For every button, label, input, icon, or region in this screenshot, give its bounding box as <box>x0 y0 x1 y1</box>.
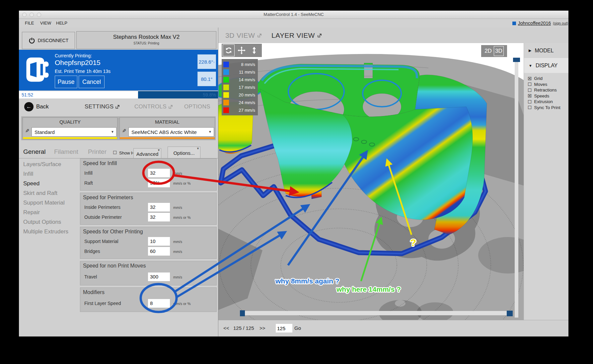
settings-section-speed-for-perimeters: Speed for PerimetersInside Perimeters32m… <box>80 193 217 225</box>
setting-label: Inside Perimeters <box>84 205 120 210</box>
rotate-icon <box>224 46 233 55</box>
go-button[interactable]: Go <box>294 325 301 331</box>
setting-unit: mm/s <box>173 206 182 210</box>
pencil-icon[interactable]: ✎ <box>122 128 126 134</box>
sidebar-item-output-options[interactable]: Output Options <box>19 217 79 227</box>
setting-row-raft: Raft50%mm/s or % <box>80 178 216 188</box>
progress-elapsed-fill <box>19 91 138 98</box>
material-dropdown[interactable]: SeeMeCNC ABS Arctic White ▼ <box>128 127 214 137</box>
pan-tool-button[interactable] <box>236 45 247 56</box>
display-check-speeds[interactable]: ☒Speeds <box>524 93 568 99</box>
tab-printer[interactable]: Printer <box>88 148 107 155</box>
options-label: OPTIONS <box>184 103 210 110</box>
model-section-toggle[interactable]: ▶ MODEL <box>524 43 568 58</box>
sidebar-item-speed[interactable]: Speed <box>19 179 79 188</box>
display-section-toggle[interactable]: ▼ DISPLAY <box>524 58 568 73</box>
setting-input-infill[interactable]: 32 <box>148 169 170 177</box>
cancel-button[interactable]: Cancel <box>79 76 105 88</box>
temp-down-arrow-icon: ↓ <box>213 60 215 64</box>
legend-speed-label: 20 mm/s <box>231 92 258 97</box>
speed-settings-sections: Speed for InfillInfill32mm/sRaft50%mm/s … <box>80 158 217 314</box>
setting-input-support-material[interactable]: 10 <box>148 237 170 246</box>
disconnect-label: DISCONNECT <box>38 38 69 43</box>
tab-settings[interactable]: SETTINGS <box>85 103 119 110</box>
checkbox-unchecked-icon: ☐ <box>528 99 532 104</box>
legend-row: 24 mm/s <box>223 99 258 106</box>
bed-temperature[interactable]: 80.1° <box>197 72 216 86</box>
hotend-temperature[interactable]: 228.6°↓ <box>197 54 216 69</box>
legend-speed-label: 11 mm/s <box>231 70 258 75</box>
printer-name-box[interactable]: Stephans Rostock Max V2 STATUS: Printing <box>76 31 216 49</box>
setting-label: Outside Perimeter <box>84 214 122 220</box>
tab-controls[interactable]: CONTROLS <box>134 103 173 110</box>
pause-button[interactable]: Pause <box>55 76 77 88</box>
setting-input-raft[interactable]: 50% <box>148 179 170 187</box>
rotate-tool-button[interactable] <box>223 44 235 56</box>
legend-speed-label: 27 mm/s <box>231 108 258 113</box>
tab-layer-view[interactable]: LAYER VIEW <box>271 31 322 39</box>
sign-out-link[interactable]: (sign out) <box>553 21 568 25</box>
tab-options[interactable]: OPTIONS <box>184 103 210 110</box>
chevron-right-icon: ▶ <box>529 48 531 53</box>
layer-number-input[interactable] <box>276 324 292 333</box>
quality-dropdown[interactable]: Standard ▼ <box>32 127 116 137</box>
setting-input-bridges[interactable]: 60 <box>148 247 170 256</box>
setting-input-inside-perimeters[interactable]: 32 <box>148 203 170 212</box>
back-button[interactable]: ← <box>24 102 34 111</box>
display-check-label: Extrusion <box>534 99 553 104</box>
menu-view[interactable]: VIEW <box>40 21 51 26</box>
display-check-moves[interactable]: ☐Moves <box>524 82 568 88</box>
3d-mode-button[interactable]: 3D <box>494 46 504 56</box>
advanced-button[interactable]: Advanced ▼ <box>133 148 161 159</box>
menu-file[interactable]: FILE <box>25 21 34 26</box>
layer-slider-vertical-handle[interactable] <box>513 58 520 62</box>
layer-slider-left-handle[interactable] <box>240 310 245 316</box>
layer-slider-horizontal[interactable] <box>245 311 513 315</box>
setting-unit: mm/s or % <box>173 215 191 219</box>
display-check-label: Grid <box>534 76 543 81</box>
external-link-icon <box>115 105 119 109</box>
display-section-label: DISPLAY <box>536 63 557 69</box>
3d-print-preview[interactable] <box>218 43 524 320</box>
display-check-grid[interactable]: ☒Grid <box>524 76 568 82</box>
setting-input-outside-perimeter[interactable]: 32 <box>148 213 170 221</box>
previous-layer-button[interactable]: << <box>223 325 229 331</box>
show-help-checkbox[interactable]: ☐ <box>113 150 117 155</box>
checkbox-checked-icon: ☒ <box>528 93 532 98</box>
controls-label: CONTROLS <box>134 103 167 110</box>
sidebar-item-infill[interactable]: Infill <box>19 169 79 179</box>
sidebar-item-layers-surface[interactable]: Layers/Surface <box>19 159 79 169</box>
sidebar-item-support-material[interactable]: Support Material <box>19 198 79 208</box>
legend-swatch <box>223 62 229 67</box>
disconnect-button[interactable]: DISCONNECT <box>22 32 75 49</box>
quality-label: QUALITY <box>23 119 117 125</box>
setting-input-travel[interactable]: 300 <box>148 273 170 281</box>
tab-filament[interactable]: Filament <box>54 148 78 155</box>
vertical-move-tool-button[interactable] <box>249 45 260 56</box>
legend-row: 17 mm/s <box>223 84 258 91</box>
account-name-link[interactable]: Johncoffee2016 <box>518 21 551 26</box>
view-tabs-header: 3D VIEW LAYER VIEW <box>218 28 568 43</box>
current-print-panel: Currently Printing: Ohepfsnp2015 Est. Pr… <box>19 50 218 91</box>
menu-help[interactable]: HELP <box>56 21 67 26</box>
setting-row-inside-perimeters: Inside Perimeters32mm/s <box>80 203 216 212</box>
2d-mode-button[interactable]: 2D <box>484 48 492 54</box>
display-check-extrusion[interactable]: ☐Extrusion <box>524 99 568 105</box>
display-check-retractions[interactable]: ☐Retractions <box>524 87 568 93</box>
display-check-sync-to-print[interactable]: ☐Sync To Print <box>524 105 568 111</box>
progress-percent: 59.8% <box>203 92 216 97</box>
next-layer-button[interactable]: >> <box>259 325 265 331</box>
chevron-down-icon: ▼ <box>208 130 212 134</box>
tab-general[interactable]: General <box>23 148 46 155</box>
setting-input-first-layer-speed[interactable]: 8 <box>148 299 170 308</box>
pencil-icon[interactable]: ✎ <box>25 128 30 134</box>
options-button[interactable]: Options... ▼ <box>168 147 200 159</box>
layer-slider-vertical[interactable] <box>515 58 518 318</box>
sidebar-item-repair[interactable]: Repair <box>19 208 79 217</box>
back-label[interactable]: Back <box>36 103 49 110</box>
layer-slider-right-handle[interactable] <box>507 311 513 316</box>
print-job-name: Ohepfsnp2015 <box>55 59 101 67</box>
tab-3d-view[interactable]: 3D VIEW <box>225 31 261 39</box>
sidebar-item-skirt-and-raft[interactable]: Skirt and Raft <box>19 188 79 198</box>
sidebar-item-multiple-extruders[interactable]: Multiple Extruders <box>19 227 79 236</box>
